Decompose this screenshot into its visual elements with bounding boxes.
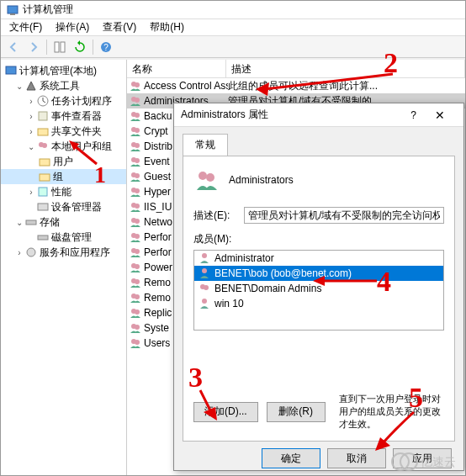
cell-name: Access Control Assi... [144,80,228,92]
tree-task-scheduler[interactable]: ›任务计划程序 [1,93,126,108]
svg-point-40 [135,234,140,239]
svg-point-60 [204,285,209,290]
expand-icon[interactable]: › [26,112,36,121]
remove-button[interactable]: 删除(R) [267,402,326,422]
group-icon [129,140,142,153]
menu-view[interactable]: 查看(V) [98,19,141,36]
dialog-title: Administrators 属性 [181,108,404,122]
cell-desc: 此组的成员可以远程查询此计算... [228,79,465,93]
svg-point-52 [135,325,140,330]
help-button[interactable]: ? [404,109,423,121]
svg-point-22 [135,98,140,103]
collapse-icon[interactable]: ⌄ [14,218,24,227]
svg-point-55 [199,172,207,180]
tree-system-tools[interactable]: ⌄系统工具 [1,78,126,93]
refresh-button[interactable] [71,38,89,56]
list-row[interactable]: Access Control Assi...此组的成员可以远程查询此计算... [127,78,465,93]
member-item[interactable]: BENET\bob (bob@benet.com) [194,266,443,281]
members-listbox[interactable]: AdministratorBENET\bob (bob@benet.com)BE… [193,250,444,331]
menubar: 文件(F) 操作(A) 查看(V) 帮助(H) [1,19,465,36]
svg-rect-14 [39,188,47,196]
group-icon [129,230,142,244]
svg-point-30 [135,158,140,163]
tab-general[interactable]: 常规 [183,134,228,156]
group-icon [129,336,142,350]
svg-rect-9 [38,129,48,135]
svg-point-56 [206,173,214,182]
nav-forward-button[interactable] [24,38,43,56]
tabstrip: 常规 [174,127,463,156]
member-item[interactable]: Administrator [194,251,443,266]
expand-icon[interactable]: › [26,127,36,136]
group-name-label: Administrators [229,174,294,186]
member-item[interactable]: BENET\Domain Admins [194,281,443,296]
svg-text:?: ? [103,43,109,52]
group-icon [129,261,142,274]
svg-point-44 [135,264,140,269]
svg-point-36 [135,204,140,209]
collapse-icon[interactable]: ⌄ [26,142,36,151]
col-header-desc[interactable]: 描述 [226,60,465,77]
description-label: 描述(E): [193,209,244,223]
tab-body: Administrators 描述(E): 成员(M): Administrat… [183,156,455,442]
group-icon [129,124,142,138]
tree-storage[interactable]: ⌄存储 [1,214,126,230]
group-icon [129,200,142,214]
svg-point-48 [135,294,140,299]
svg-text:亿速云: 亿速云 [420,455,456,468]
footer-note: 直到下一次用户登录时对用户的组成员关系的更改才生效。 [334,393,444,431]
group-icon [129,155,142,168]
toolbar-button[interactable] [50,38,69,56]
user-icon [198,297,211,310]
help-button[interactable]: ? [97,38,115,56]
tree-users[interactable]: 用户 [1,154,126,169]
menu-action[interactable]: 操作(A) [50,19,94,36]
tree-groups[interactable]: 组 [1,169,126,184]
svg-rect-1 [10,13,15,15]
dialog-titlebar: Administrators 属性 ? ✕ [174,103,463,127]
group-icon [129,246,142,259]
description-input[interactable] [244,207,444,224]
tree-device-manager[interactable]: 设备管理器 [1,199,126,214]
expand-icon[interactable]: › [26,188,36,197]
expand-icon[interactable]: › [14,248,24,257]
ok-button[interactable]: 确定 [262,448,320,468]
tree-services-apps[interactable]: ›服务和应用程序 [1,245,126,260]
member-item[interactable]: win 10 [194,296,443,311]
tree-disk-mgmt[interactable]: 磁盘管理 [1,230,126,245]
group-icon [129,94,142,108]
properties-dialog: Administrators 属性 ? ✕ 常规 Administrators … [173,103,464,471]
tree-shared-folders[interactable]: ›共享文件夹 [1,124,126,139]
watermark: 亿速云 [390,451,463,473]
group-icon [129,109,142,123]
svg-point-20 [135,82,140,87]
close-button[interactable]: ✕ [423,103,457,127]
svg-point-38 [135,219,140,224]
toolbar: ? [1,36,465,58]
divider [93,40,93,55]
tree-local-users[interactable]: ⌄本地用户和组 [1,139,126,154]
col-header-name[interactable]: 名称 [127,60,226,77]
svg-rect-15 [38,204,48,210]
svg-point-57 [202,253,207,258]
svg-rect-6 [6,66,16,74]
tree-event-viewer[interactable]: ›事件查看器 [1,108,126,124]
svg-point-61 [202,299,207,304]
tree-root[interactable]: 计算机管理(本地) [1,63,126,78]
nav-back-button[interactable] [4,38,23,56]
tree-performance[interactable]: ›性能 [1,184,126,199]
svg-rect-0 [8,6,18,13]
menu-file[interactable]: 文件(F) [4,19,47,36]
expand-icon[interactable]: › [26,97,36,106]
menu-help[interactable]: 帮助(H) [145,19,189,36]
cancel-button[interactable]: 取消 [327,448,386,468]
user-icon [198,267,211,280]
member-label: Administrator [214,252,274,264]
user-icon [198,282,211,295]
collapse-icon[interactable]: ⌄ [14,82,24,91]
svg-rect-2 [55,42,59,52]
svg-rect-17 [38,235,48,240]
group-icon [129,321,142,335]
group-icon [129,215,142,229]
add-button[interactable]: 添加(D)... [193,402,258,422]
